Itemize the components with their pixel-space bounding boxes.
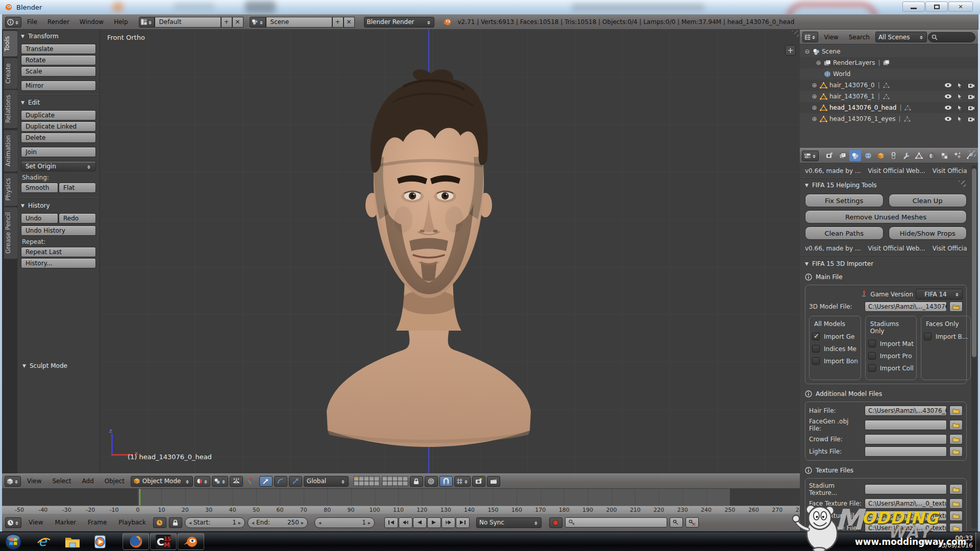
editor-type-button[interactable] xyxy=(5,17,21,28)
menu-help[interactable]: Help xyxy=(109,18,132,26)
visibility-eye-icon[interactable] xyxy=(944,105,952,110)
insert-keyframe-button[interactable] xyxy=(670,517,683,528)
shelf-tab-create[interactable]: Create xyxy=(4,58,17,89)
eye-texture-input[interactable]: C:\Users\Ramzi\..._0_textures.rx3 xyxy=(865,523,947,532)
collapse-icon[interactable]: ⊖ xyxy=(804,48,811,55)
renderable-camera-icon[interactable] xyxy=(968,83,975,88)
redo-button[interactable]: Redo xyxy=(59,213,96,223)
browse-file-button[interactable] xyxy=(949,446,963,457)
layout-browse-button[interactable] xyxy=(139,17,155,28)
tab-texture[interactable] xyxy=(939,150,950,161)
join-button[interactable]: Join xyxy=(21,147,96,157)
official-thread-link[interactable]: Visit Official Thre... xyxy=(933,167,967,174)
set-origin-menu[interactable]: Set Origin xyxy=(21,161,96,171)
expand-icon[interactable]: ⊕ xyxy=(811,93,818,100)
internet-explorer-button[interactable]: e xyxy=(33,533,55,550)
outliner-row-renderlayers[interactable]: ⊕ RenderLayers | xyxy=(800,57,978,68)
windows-explorer-button[interactable] xyxy=(61,533,84,550)
tab-constraints[interactable] xyxy=(888,150,899,161)
sync-mode-select[interactable]: No Sync xyxy=(476,517,542,528)
view-menu[interactable]: View xyxy=(22,478,46,485)
outliner-row-scene[interactable]: ⊖ Scene xyxy=(800,46,978,57)
undo-button[interactable]: Undo xyxy=(21,213,58,223)
manipulator-axis-toggle[interactable] xyxy=(244,476,258,487)
visibility-eye-icon[interactable] xyxy=(944,83,952,88)
browse-file-button[interactable] xyxy=(949,511,963,521)
frame-end-field[interactable]: ◂End: 250▸ xyxy=(248,517,308,528)
select-menu[interactable]: Select xyxy=(47,478,76,485)
delete-keyframe-button[interactable] xyxy=(685,517,699,528)
tab-object[interactable] xyxy=(875,150,887,161)
object-menu[interactable]: Object xyxy=(100,478,129,485)
pivot-align-toggle[interactable] xyxy=(230,476,243,487)
scene-delete-button[interactable]: ✕ xyxy=(344,17,355,28)
current-frame-field[interactable]: ◂1▸ xyxy=(314,517,375,528)
import-bones-option[interactable]: Import Bon xyxy=(812,357,858,365)
expand-icon[interactable]: ⊕ xyxy=(811,82,818,89)
start-button[interactable] xyxy=(2,533,24,550)
browse-file-button[interactable] xyxy=(949,484,963,494)
editor-type-button[interactable] xyxy=(802,151,819,161)
face-texture-input[interactable]: C:\Users\Ramzi\..._0_textures.rx3 xyxy=(865,498,947,509)
stadium-texture-input[interactable] xyxy=(865,484,947,494)
official-thread-link[interactable]: Visit Official Thre... xyxy=(933,245,967,252)
selectable-cursor-icon[interactable] xyxy=(957,105,963,111)
current-frame-marker[interactable] xyxy=(139,489,140,506)
jump-to-start-button[interactable] xyxy=(384,517,398,528)
firefox-taskbar-button[interactable] xyxy=(122,533,149,550)
shelf-tab-grease-pencil[interactable]: Grease Pencil xyxy=(4,207,17,259)
tab-object-data[interactable] xyxy=(913,150,925,161)
editor-type-button[interactable] xyxy=(802,32,818,42)
lights-file-input[interactable] xyxy=(865,446,947,457)
layout-delete-button[interactable]: ✕ xyxy=(232,17,243,28)
tab-render-layers[interactable] xyxy=(837,150,848,161)
hair-texture-input[interactable]: C:\Users\Ramzi\..._0_textures.rx3 xyxy=(865,511,947,521)
scene-add-button[interactable]: + xyxy=(332,17,344,28)
render-opengl-anim-button[interactable] xyxy=(487,476,500,487)
layout-add-button[interactable]: + xyxy=(221,17,232,28)
timeline-view-menu[interactable]: View xyxy=(24,519,47,526)
selectable-cursor-icon[interactable] xyxy=(957,116,963,122)
game-version-select[interactable]: FIFA 14 xyxy=(916,289,963,299)
scale-button[interactable]: Scale xyxy=(21,66,96,77)
maximize-button[interactable] xyxy=(925,2,948,12)
mirror-button[interactable]: Mirror xyxy=(21,81,96,91)
import-props-option[interactable]: Import Pro xyxy=(868,352,914,360)
tab-material[interactable] xyxy=(926,150,938,161)
repeat-last-button[interactable]: Repeat Last xyxy=(21,247,96,257)
frame-start-field[interactable]: ◂Start: 1▸ xyxy=(185,517,245,528)
rotate-manipulator-toggle[interactable] xyxy=(274,476,287,487)
tab-world[interactable] xyxy=(862,150,874,161)
hide-show-props-button[interactable]: Hide/Show Props xyxy=(889,227,967,240)
region-resize-grip[interactable] xyxy=(789,31,799,41)
official-web-link[interactable]: Visit Official Web... xyxy=(868,167,925,174)
play-reverse-button[interactable] xyxy=(413,517,427,528)
keying-set-field[interactable] xyxy=(565,517,667,528)
play-button[interactable] xyxy=(427,517,441,528)
close-button[interactable]: ✕ xyxy=(948,2,973,12)
expand-icon[interactable]: ⊕ xyxy=(811,115,818,122)
delete-button[interactable]: Delete xyxy=(21,133,96,143)
properties-region-toggle[interactable]: + xyxy=(785,45,796,56)
taskbar-clock[interactable]: 00:33 13/09/2016 xyxy=(938,535,973,549)
outliner-row-hair0[interactable]: ⊕ hair_143076_0 | xyxy=(800,80,978,91)
helping-tools-panel-header[interactable]: ▼ FIFA 15 Helping Tools xyxy=(805,182,967,189)
expand-icon[interactable]: ⊕ xyxy=(815,59,822,66)
render-opengl-button[interactable] xyxy=(472,476,485,487)
tab-modifiers[interactable] xyxy=(900,150,912,161)
shelf-tab-animation[interactable]: Animation xyxy=(4,130,17,171)
tab-scene[interactable] xyxy=(849,150,861,161)
timeline-playback-menu[interactable]: Playback xyxy=(114,519,151,526)
shelf-tab-physics[interactable]: Physics xyxy=(4,173,17,206)
import-body-option[interactable]: Import B... xyxy=(924,333,968,340)
undo-history-button[interactable]: Undo History xyxy=(21,226,96,236)
timeline-marker-menu[interactable]: Marker xyxy=(50,519,80,526)
language-indicator[interactable]: FR xyxy=(920,538,928,546)
next-keyframe-button[interactable] xyxy=(442,517,455,528)
properties-scrollbar[interactable] xyxy=(971,165,977,529)
add-menu[interactable]: Add xyxy=(78,478,99,485)
hair-file-input[interactable]: C:\Users\Ramzi\...43076_0_0.rx3 xyxy=(865,406,947,416)
visibility-eye-icon[interactable] xyxy=(944,116,952,121)
renderable-camera-icon[interactable] xyxy=(968,116,975,122)
panel-edit-header[interactable]: ▼ Edit xyxy=(21,99,96,106)
